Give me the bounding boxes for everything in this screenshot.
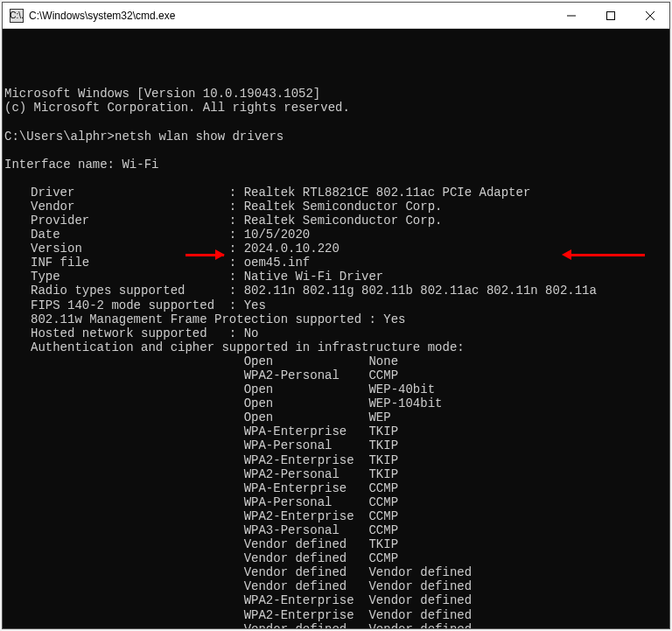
- terminal-line: Open WEP-104bit: [4, 396, 669, 410]
- window-title: C:\Windows\system32\cmd.exe: [29, 10, 551, 22]
- terminal-line: WPA-Personal TKIP: [4, 438, 669, 452]
- titlebar[interactable]: C:\. C:\Windows\system32\cmd.exe: [3, 3, 669, 29]
- cmd-icon: C:\.: [10, 9, 24, 23]
- minimize-button[interactable]: [551, 3, 591, 28]
- terminal-line: Vendor defined Vendor defined: [4, 579, 669, 593]
- terminal-line: [4, 172, 669, 186]
- terminal-line: Vendor defined Vendor defined: [4, 622, 669, 628]
- terminal-line: Interface name: Wi-Fi: [4, 158, 669, 172]
- close-button[interactable]: [630, 3, 669, 28]
- terminal-line: WPA3-Personal CCMP: [4, 523, 669, 537]
- terminal-line: (c) Microsoft Corporation. All rights re…: [4, 101, 669, 115]
- terminal-line: WPA2-Enterprise TKIP: [4, 453, 669, 467]
- terminal-line: Vendor defined TKIP: [4, 537, 669, 551]
- terminal-output[interactable]: Microsoft Windows [Version 10.0.19043.10…: [3, 29, 669, 628]
- terminal-line: Vendor defined CCMP: [4, 551, 669, 565]
- terminal-line: WPA2-Enterprise Vendor defined: [4, 608, 669, 622]
- terminal-line: Vendor : Realtek Semiconductor Corp.: [4, 200, 669, 214]
- window-controls: [551, 3, 669, 28]
- terminal-line: WPA-Enterprise CCMP: [4, 481, 669, 495]
- terminal-line: WPA-Personal CCMP: [4, 495, 669, 509]
- terminal-line: C:\Users\alphr>netsh wlan show drivers: [4, 130, 669, 144]
- terminal-line: WPA2-Personal TKIP: [4, 467, 669, 481]
- terminal-line: WPA2-Enterprise Vendor defined: [4, 593, 669, 607]
- annotation-arrow-left-icon: [177, 249, 220, 305]
- svg-rect-1: [606, 11, 614, 19]
- terminal-line: WPA-Enterprise TKIP: [4, 424, 669, 438]
- terminal-line: WPA2-Personal CCMP: [4, 368, 669, 382]
- terminal-line: Microsoft Windows [Version 10.0.19043.10…: [4, 87, 669, 101]
- terminal-line: 802.11w Management Frame Protection supp…: [4, 312, 669, 326]
- terminal-line: Open WEP: [4, 410, 669, 424]
- terminal-line: [4, 116, 669, 130]
- terminal-line: Hosted network supported : No: [4, 326, 669, 340]
- terminal-line: Vendor defined Vendor defined: [4, 565, 669, 579]
- terminal-line: Provider : Realtek Semiconductor Corp.: [4, 214, 669, 228]
- annotation-arrow-right-icon: [562, 249, 606, 305]
- terminal-line: Authentication and cipher supported in i…: [4, 340, 669, 354]
- maximize-button[interactable]: [591, 3, 630, 28]
- terminal-line: Open WEP-40bit: [4, 382, 669, 396]
- terminal-line: Date : 10/5/2020: [4, 228, 669, 242]
- terminal-line: Driver : Realtek RTL8821CE 802.11ac PCIe…: [4, 186, 669, 200]
- terminal-line: [4, 144, 669, 158]
- cmd-window: C:\. C:\Windows\system32\cmd.exe Microso…: [2, 2, 670, 629]
- terminal-line: Open None: [4, 354, 669, 368]
- terminal-line: WPA2-Enterprise CCMP: [4, 509, 669, 523]
